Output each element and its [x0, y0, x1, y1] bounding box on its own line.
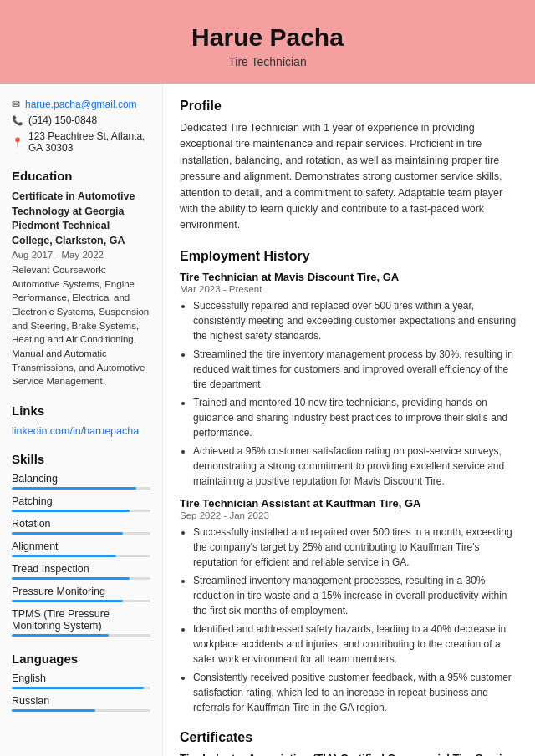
- edu-description: Relevant Coursework: Automotive Systems,…: [12, 263, 150, 388]
- job-1-bullets: Successfully repaired and replaced over …: [180, 298, 518, 489]
- cert-1-title: Tire Industry Association (TIA) Certifie…: [180, 752, 518, 756]
- contact-address-item: 123 Peachtree St, Atlanta, GA 30303: [12, 130, 150, 154]
- certificates-title: Certificates: [180, 730, 518, 745]
- employment-title: Employment History: [180, 249, 518, 264]
- list-item: Successfully installed and repaired over…: [193, 525, 518, 570]
- languages-title: Languages: [12, 652, 150, 666]
- envelope-icon: [12, 99, 20, 110]
- list-item: Successfully repaired and replaced over …: [193, 298, 518, 343]
- phone-text: (514) 150-0848: [28, 114, 97, 126]
- location-icon: [12, 136, 23, 148]
- job-2-bullets: Successfully installed and repaired over…: [180, 525, 518, 715]
- list-item: Trained and mentored 10 new tire technic…: [193, 395, 518, 440]
- education-section: Education Certificate in Automotive Tech…: [12, 169, 150, 388]
- job-2-title: Tire Technician Assistant at Kauffman Ti…: [180, 497, 518, 510]
- job-1-title: Tire Technician at Mavis Discount Tire, …: [180, 271, 518, 283]
- job-1: Tire Technician at Mavis Discount Tire, …: [180, 271, 518, 489]
- skill-alignment: Alignment: [12, 540, 150, 557]
- list-item: Achieved a 95% customer satisfaction rat…: [193, 444, 518, 489]
- languages-section: Languages English Russian: [12, 652, 150, 712]
- contact-section: harue.pacha@gmail.com (514) 150-0848 123…: [12, 99, 150, 154]
- email-link[interactable]: harue.pacha@gmail.com: [25, 99, 137, 110]
- lang-english: English: [12, 672, 150, 689]
- links-section: Links linkedin.com/in/haruepacha: [12, 403, 150, 437]
- list-item: Streamlined inventory management process…: [193, 573, 518, 618]
- skill-pressure-monitoring: Pressure Monitoring: [12, 586, 150, 602]
- skills-section: Skills Balancing Patching Rotation Align…: [12, 452, 150, 637]
- linkedin-link[interactable]: linkedin.com/in/haruepacha: [12, 425, 139, 437]
- resume-body: harue.pacha@gmail.com (514) 150-0848 123…: [0, 84, 535, 756]
- edu-degree: Certificate in Automotive Technology at …: [12, 190, 150, 248]
- employment-section: Employment History Tire Technician at Ma…: [180, 249, 518, 715]
- skill-rotation: Rotation: [12, 518, 150, 535]
- skill-balancing: Balancing: [12, 473, 150, 490]
- list-item: Identified and addressed safety hazards,…: [193, 622, 518, 667]
- certificates-section: Certificates Tire Industry Association (…: [180, 730, 518, 756]
- address-text: 123 Peachtree St, Atlanta, GA 30303: [28, 130, 150, 154]
- edu-dates: Aug 2017 - May 2022: [12, 250, 150, 260]
- lang-russian: Russian: [12, 695, 150, 712]
- skills-title: Skills: [12, 452, 150, 466]
- main-content: Profile Dedicated Tire Technician with 1…: [163, 84, 535, 756]
- candidate-title: Tire Technician: [17, 55, 518, 68]
- skill-patching: Patching: [12, 495, 150, 512]
- list-item: Consistently received positive customer …: [193, 670, 518, 715]
- skill-tread-inspection: Tread Inspection: [12, 563, 150, 580]
- list-item: Streamlined the tire inventory managemen…: [193, 347, 518, 392]
- resume-header: Harue Pacha Tire Technician: [0, 0, 535, 84]
- links-title: Links: [12, 403, 150, 418]
- job-2: Tire Technician Assistant at Kauffman Ti…: [180, 497, 518, 715]
- phone-icon: [12, 114, 23, 126]
- candidate-name: Harue Pacha: [17, 23, 518, 52]
- skill-tpms: TPMS (Tire Pressure Monitoring System): [12, 608, 150, 637]
- profile-text: Dedicated Tire Technician with 1 year of…: [180, 120, 518, 234]
- profile-title: Profile: [180, 99, 518, 114]
- profile-section: Profile Dedicated Tire Technician with 1…: [180, 99, 518, 234]
- contact-phone-item: (514) 150-0848: [12, 114, 150, 126]
- job-1-dates: Mar 2023 - Present: [180, 284, 518, 294]
- education-title: Education: [12, 169, 150, 183]
- cert-1: Tire Industry Association (TIA) Certifie…: [180, 752, 518, 756]
- sidebar: harue.pacha@gmail.com (514) 150-0848 123…: [0, 84, 163, 756]
- job-2-dates: Sep 2022 - Jan 2023: [180, 510, 518, 520]
- contact-email-item: harue.pacha@gmail.com: [12, 99, 150, 110]
